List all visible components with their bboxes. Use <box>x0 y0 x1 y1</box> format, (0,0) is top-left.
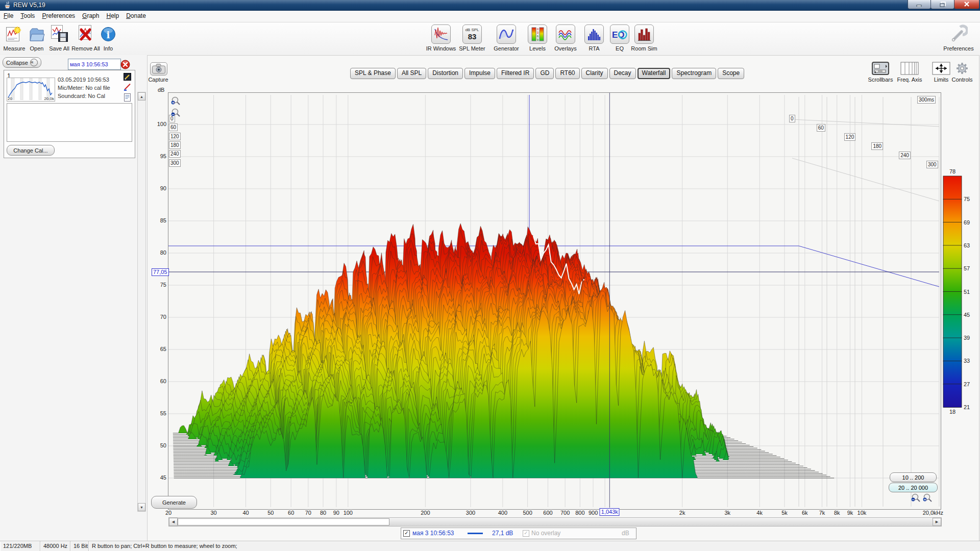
time-tick-left-300: 300 <box>169 159 181 167</box>
x-tick-700: 700 <box>560 510 570 516</box>
zoom-out-x-icon[interactable]: − <box>911 493 921 505</box>
tab-filtered-ir[interactable]: Filtered IR <box>497 68 534 79</box>
time-tick-left-60: 60 <box>169 123 178 131</box>
close-icon[interactable] <box>954 0 979 9</box>
measurement-soundcard-cal: Soundcard: No Cal <box>58 93 105 99</box>
notes-icon[interactable] <box>123 93 132 102</box>
x-tick-500: 500 <box>523 510 532 516</box>
chart-horizontal-scrollbar[interactable]: ◀ ▶ <box>168 517 942 527</box>
freq-axis-button[interactable]: Freq. Axis <box>892 61 927 83</box>
tab-waterfall[interactable]: Waterfall <box>638 68 671 79</box>
zoom-out-icon[interactable]: − <box>170 108 181 120</box>
info-button[interactable]: iInfo <box>89 24 127 52</box>
svg-text:6: 6 <box>537 35 539 38</box>
tab-all-spl[interactable]: All SPL <box>397 68 426 79</box>
x-tick-900: 900 <box>589 510 598 516</box>
change-cal-button[interactable]: Change Cal... <box>7 145 55 156</box>
x-tick-8k: 8k <box>834 510 840 516</box>
measurement-mic-cal: Mic/Meter: No cal file <box>58 85 110 91</box>
menu-help[interactable]: Help <box>103 11 122 21</box>
room-sim-button[interactable]: Room Sim <box>625 24 663 52</box>
y-tick-75: 75 <box>151 282 166 288</box>
tab-spectrogram[interactable]: Spectrogram <box>672 68 716 79</box>
measurement-card[interactable]: 1 20 20,0k 03.05.2019 10:56:53 Mic/Meter… <box>4 70 135 158</box>
x-tick-40: 40 <box>242 510 249 516</box>
trace-style-icon[interactable] <box>123 83 132 91</box>
tab-distortion[interactable]: Distortion <box>428 68 463 79</box>
menu-donate[interactable]: Donate <box>122 11 150 21</box>
collapse-label: Collapse <box>6 60 28 66</box>
tab-gd[interactable]: GD <box>535 68 554 79</box>
info-icon: i <box>100 26 117 44</box>
status-memory: 121/220MB <box>0 541 40 551</box>
capture-button[interactable] <box>150 62 167 76</box>
overlays-icon <box>556 24 575 44</box>
room-sim-label: Room Sim <box>625 45 663 52</box>
notes-field[interactable] <box>7 103 132 142</box>
levels-icon: 0369 <box>528 24 547 44</box>
menu-file[interactable]: File <box>0 11 17 21</box>
room-sim-icon <box>634 24 654 44</box>
tab-clarity[interactable]: Clarity <box>581 68 608 79</box>
controls-button[interactable]: Controls <box>945 61 979 83</box>
generator-icon <box>497 24 516 44</box>
time-tick-left-240: 240 <box>169 150 181 158</box>
tab-impulse[interactable]: Impulse <box>464 68 495 79</box>
generate-button[interactable]: Generate <box>151 496 197 509</box>
scroll-down-icon[interactable]: ▼ <box>138 503 145 511</box>
scroll-right-icon[interactable]: ▶ <box>933 518 941 526</box>
range-10-200-button[interactable]: 10 .. 200 <box>890 472 937 482</box>
zoom-in-icon[interactable]: + <box>170 96 181 108</box>
tab-rt60[interactable]: RT60 <box>555 68 579 79</box>
range-20-20000-button[interactable]: 20 .. 20 000 <box>889 483 938 492</box>
maximize-button[interactable] <box>930 0 954 9</box>
overlay-checkbox[interactable]: ✓ <box>523 530 529 537</box>
edit-icon[interactable] <box>123 72 132 81</box>
x-tick-7k: 7k <box>819 510 825 516</box>
preferences-label: Preferences <box>938 45 979 52</box>
menu-tools[interactable]: Tools <box>17 11 38 21</box>
x-tick-60: 60 <box>288 510 294 516</box>
freq-axis-label: Freq. Axis <box>892 77 927 83</box>
svg-text:63: 63 <box>964 242 970 248</box>
color-scale: 787569635751453933272118 <box>942 168 978 423</box>
measurement-thumbnail: 20 20,0k <box>7 78 55 102</box>
overlay-label: No overlay <box>531 530 560 537</box>
time-tick-right-0: 0 <box>789 115 795 122</box>
scroll-left-icon[interactable]: ◀ <box>169 518 178 526</box>
spl-meter-button[interactable]: dB SPL83SPL Meter <box>453 24 491 52</box>
measurement-name-input[interactable] <box>68 59 121 70</box>
x-tick-80: 80 <box>320 510 326 516</box>
minimize-button[interactable] <box>908 0 931 9</box>
tab-spl-phase[interactable]: SPL & Phase <box>350 68 396 79</box>
y-tick-85: 85 <box>151 217 166 223</box>
controls-icon <box>955 61 969 77</box>
svg-text:0: 0 <box>537 28 539 31</box>
menu-bar: FileToolsPreferencesGraphHelpDonate <box>0 11 980 22</box>
cursor-spl-readout: 77,05 <box>152 268 169 276</box>
x-tick-20: 20 <box>165 510 172 516</box>
menu-graph[interactable]: Graph <box>79 11 103 21</box>
svg-text:45: 45 <box>964 312 970 318</box>
y-tick-80: 80 <box>151 249 166 256</box>
menu-preferences[interactable]: Preferences <box>38 11 79 21</box>
trace-checkbox[interactable]: ✓ <box>403 530 410 537</box>
tab-decay[interactable]: Decay <box>609 68 636 79</box>
preferences-button[interactable]: Preferences <box>938 24 979 52</box>
tab-scope[interactable]: Scope <box>718 68 744 79</box>
svg-text:33: 33 <box>964 358 970 364</box>
scroll-up-icon[interactable]: ▲ <box>138 92 145 101</box>
svg-text:27: 27 <box>964 381 970 387</box>
scrollbar-thumb[interactable] <box>178 518 389 525</box>
zoom-in-x-icon[interactable]: + <box>922 493 933 505</box>
collapse-button[interactable]: Collapse « <box>3 57 41 68</box>
time-tick-right-180: 180 <box>871 142 883 150</box>
sidebar-scrollbar[interactable]: ▲ ▼ <box>137 92 146 512</box>
waterfall-plot-area[interactable] <box>168 93 940 508</box>
svg-text:75: 75 <box>964 196 970 202</box>
legend-line-sample <box>468 533 483 534</box>
time-tick-left-120: 120 <box>169 133 181 140</box>
time-tick-right-300: 300 <box>926 161 938 168</box>
y-tick-60: 60 <box>151 378 166 384</box>
x-tick-6k: 6k <box>802 510 808 516</box>
